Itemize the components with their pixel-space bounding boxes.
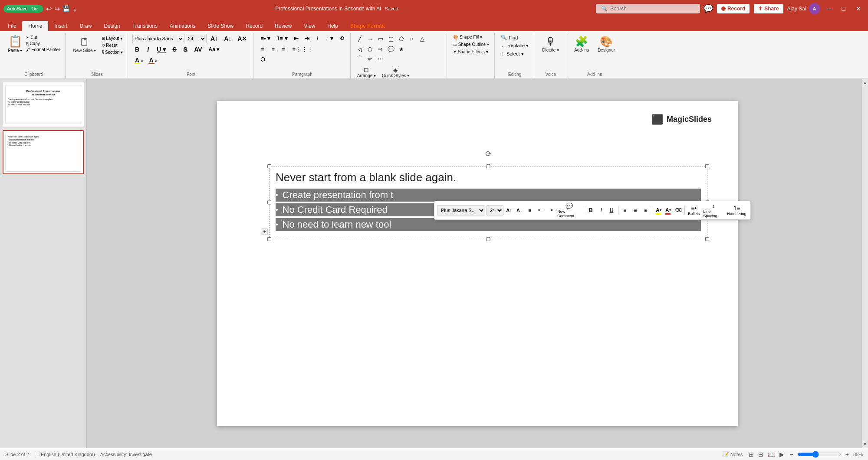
copy-button[interactable]: ⎘ Copy bbox=[25, 41, 61, 46]
zoom-in-btn[interactable]: + bbox=[845, 451, 849, 458]
font-color-button[interactable]: A ▾ bbox=[147, 55, 159, 65]
ft-bullets-inline[interactable]: ≡ bbox=[525, 205, 535, 215]
ft-align-left[interactable]: ≡ bbox=[620, 205, 630, 215]
designer-button[interactable]: 🎨 Designer bbox=[594, 34, 618, 54]
ft-indent-inc[interactable]: ⇥ bbox=[546, 205, 555, 215]
layout-button[interactable]: ⊞ Layout ▾ bbox=[100, 36, 124, 41]
ft-increase-size[interactable]: A↑ bbox=[504, 205, 514, 215]
arrange-button[interactable]: ⊡ Arrange ▾ bbox=[355, 65, 378, 79]
ft-font-select[interactable]: Plus Jakarta S... bbox=[437, 205, 485, 215]
ft-bold-button[interactable]: B bbox=[586, 205, 595, 215]
italic-button[interactable]: I bbox=[143, 45, 153, 54]
tab-insert[interactable]: Insert bbox=[48, 21, 73, 31]
scroll-down-arrow[interactable]: ▼ bbox=[863, 440, 867, 448]
handle-bot-left[interactable] bbox=[267, 237, 271, 241]
undo-btn[interactable]: ↩ bbox=[46, 5, 52, 13]
customize-btn[interactable]: ⌄ bbox=[72, 5, 78, 12]
tab-view[interactable]: View bbox=[298, 21, 321, 31]
clear-format-button[interactable]: A✕ bbox=[235, 34, 250, 43]
comments-icon[interactable]: 💬 bbox=[704, 4, 713, 13]
shape-effects-button[interactable]: ✦ Shape Effects ▾ bbox=[451, 49, 491, 55]
shape-line[interactable]: ╱ bbox=[355, 34, 365, 43]
slide-thumbnail-1[interactable]: Professional Presentationsin Seconds wit… bbox=[3, 82, 84, 127]
underline-button[interactable]: U ▾ bbox=[154, 45, 168, 54]
handle-top-left[interactable] bbox=[267, 164, 271, 168]
shape-tri[interactable]: △ bbox=[418, 34, 427, 43]
language-label[interactable]: English (United Kingdom) bbox=[41, 452, 95, 457]
find-button[interactable]: 🔍 Find bbox=[499, 34, 530, 41]
shape-more[interactable]: ⋯ bbox=[376, 54, 385, 63]
shape-penta[interactable]: ⬠ bbox=[365, 44, 375, 54]
dictate-button[interactable]: 🎙 Dictate ▾ bbox=[539, 34, 562, 54]
numbering-button[interactable]: 1≡ ▾ bbox=[274, 34, 290, 43]
bold-button[interactable]: B bbox=[132, 45, 142, 54]
addins-button[interactable]: 🧩 Add-ins bbox=[571, 34, 592, 54]
rotate-handle[interactable]: ⟳ bbox=[485, 149, 492, 159]
shape-arrow[interactable]: → bbox=[365, 34, 375, 43]
tab-animations[interactable]: Animations bbox=[164, 21, 201, 31]
shape-curve[interactable]: ⌒ bbox=[355, 54, 365, 63]
record-button[interactable]: Record bbox=[717, 3, 750, 14]
text-direction-button[interactable]: ⟲ bbox=[337, 34, 347, 43]
new-slide-button[interactable]: 🗒 New Slide ▾ bbox=[70, 34, 100, 55]
shape-star[interactable]: ★ bbox=[397, 44, 406, 54]
distribute-button[interactable]: ⋮⋮⋮ bbox=[299, 44, 309, 54]
section-button[interactable]: § Section ▾ bbox=[100, 49, 124, 55]
tab-record[interactable]: Record bbox=[240, 21, 269, 31]
shape-freeform[interactable]: ✏ bbox=[365, 54, 375, 63]
tab-file[interactable]: File bbox=[2, 21, 22, 31]
shape-arrow-r[interactable]: ⇒ bbox=[376, 44, 385, 54]
spacing-button[interactable]: AV bbox=[191, 45, 204, 54]
canvas-area[interactable]: ⬛ MagicSlides ⟳ Never start from a blank… bbox=[87, 79, 868, 448]
search-input[interactable] bbox=[610, 6, 688, 12]
ft-numbering-button[interactable]: 1≡ Numbering bbox=[726, 205, 748, 216]
ft-underline-button[interactable]: U bbox=[607, 205, 616, 215]
bullet-item-2[interactable]: • No need to learn new tool bbox=[276, 218, 701, 231]
ft-align-right[interactable]: ≡ bbox=[641, 205, 651, 215]
notes-button[interactable]: 📝 Notes bbox=[723, 451, 743, 457]
tab-draw[interactable]: Draw bbox=[73, 21, 98, 31]
convert-smartart-button[interactable]: ⬡ bbox=[258, 55, 267, 64]
align-center-button[interactable]: ≡ bbox=[268, 44, 278, 54]
increase-indent-button[interactable]: ⇥ bbox=[302, 34, 312, 43]
align-right-button[interactable]: ≡ bbox=[279, 44, 288, 54]
reset-button[interactable]: ↺ Reset bbox=[100, 42, 124, 48]
font-size-select[interactable]: 24 18 20 28 32 bbox=[186, 34, 207, 43]
ft-highlight-color-button[interactable]: A ▾ bbox=[654, 206, 663, 215]
ft-font-color-button[interactable]: A ▾ bbox=[664, 206, 672, 215]
tab-design[interactable]: Design bbox=[98, 21, 126, 31]
font-family-select[interactable]: Plus Jakarta Sans bbox=[132, 34, 184, 43]
decrease-indent-button[interactable]: ⇤ bbox=[291, 34, 301, 43]
ft-bullets-button[interactable]: ≡• Bullets bbox=[687, 205, 701, 216]
handle-top-right[interactable] bbox=[705, 164, 709, 168]
increase-font-size-button[interactable]: A↑ bbox=[208, 34, 220, 43]
ft-italic-button[interactable]: I bbox=[596, 205, 606, 215]
shape-snip-rect[interactable]: ⬠ bbox=[397, 34, 406, 43]
ft-line-spacing-button[interactable]: ↕ Line Spacing bbox=[702, 202, 725, 218]
shape-outline-button[interactable]: ▭ Shape Outline ▾ bbox=[451, 41, 491, 48]
slide-sorter-btn[interactable]: ⊟ bbox=[757, 450, 765, 458]
shape-callout[interactable]: 💬 bbox=[386, 44, 396, 54]
ft-size-select[interactable]: 24 bbox=[486, 205, 503, 215]
tab-shape-format[interactable]: Shape Format bbox=[344, 21, 391, 31]
shape-oval[interactable]: ○ bbox=[407, 34, 417, 43]
ft-decrease-size[interactable]: A↓ bbox=[515, 205, 524, 215]
slide-thumbnail-2[interactable]: Never start from a blank slide again. • … bbox=[3, 130, 84, 174]
zoom-out-btn[interactable]: − bbox=[790, 451, 793, 458]
autosave-toggle[interactable]: AutoSave On bbox=[3, 5, 43, 13]
align-left-button[interactable]: ≡ bbox=[258, 44, 267, 54]
line-spacing-button[interactable]: ↕ ▾ bbox=[323, 34, 336, 43]
bullets-button[interactable]: ≡• ▾ bbox=[258, 34, 273, 43]
ft-indent-dec[interactable]: ⇤ bbox=[536, 205, 545, 215]
slide-canvas[interactable]: ⬛ MagicSlides ⟳ Never start from a blank… bbox=[217, 101, 738, 426]
bullet-item-0[interactable]: • Create presentation from t bbox=[276, 189, 701, 202]
handle-top-center[interactable] bbox=[487, 164, 490, 168]
columns-button[interactable]: ⫶ bbox=[313, 34, 322, 43]
cut-button[interactable]: ✂ Cut bbox=[25, 35, 61, 40]
shape-rect[interactable]: ▭ bbox=[376, 34, 385, 43]
close-btn[interactable]: ✕ bbox=[852, 5, 865, 12]
user-area[interactable]: Ajay Sai A bbox=[787, 3, 820, 14]
scroll-up-arrow[interactable]: ▲ bbox=[863, 79, 867, 86]
reading-view-btn[interactable]: 📖 bbox=[766, 450, 776, 458]
redo-btn[interactable]: ↪ bbox=[54, 5, 60, 13]
